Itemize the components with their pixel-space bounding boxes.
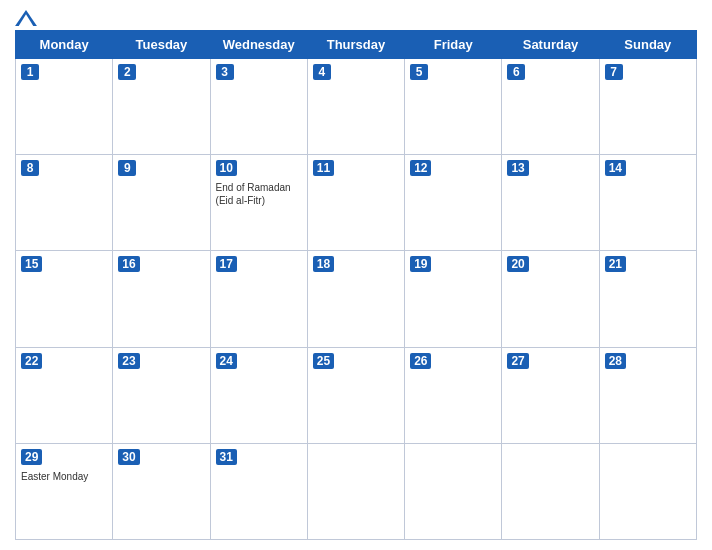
- day-number: 13: [507, 160, 528, 176]
- calendar-day-cell: 15: [16, 251, 113, 347]
- calendar-day-cell: [502, 443, 599, 539]
- calendar-day-cell: 17: [210, 251, 307, 347]
- calendar-day-cell: 1: [16, 59, 113, 155]
- weekday-header: Tuesday: [113, 31, 210, 59]
- calendar-header: [15, 10, 697, 26]
- weekday-header: Wednesday: [210, 31, 307, 59]
- holiday-text: Easter Monday: [21, 470, 107, 483]
- day-number: 23: [118, 353, 139, 369]
- calendar-day-cell: 25: [307, 347, 404, 443]
- day-number: 2: [118, 64, 136, 80]
- day-number: 26: [410, 353, 431, 369]
- calendar-week-row: 22232425262728: [16, 347, 697, 443]
- day-number: 4: [313, 64, 331, 80]
- calendar-week-row: 15161718192021: [16, 251, 697, 347]
- day-number: 3: [216, 64, 234, 80]
- calendar-day-cell: 19: [405, 251, 502, 347]
- calendar-day-cell: 18: [307, 251, 404, 347]
- calendar-day-cell: 21: [599, 251, 696, 347]
- calendar-day-cell: 30: [113, 443, 210, 539]
- day-number: 7: [605, 64, 623, 80]
- calendar-day-cell: 6: [502, 59, 599, 155]
- calendar-week-row: 1234567: [16, 59, 697, 155]
- day-number: 10: [216, 160, 237, 176]
- day-number: 20: [507, 256, 528, 272]
- logo-icon: [15, 10, 37, 26]
- calendar-day-cell: 7: [599, 59, 696, 155]
- calendar-day-cell: 8: [16, 155, 113, 251]
- weekday-header: Saturday: [502, 31, 599, 59]
- calendar-day-cell: 26: [405, 347, 502, 443]
- calendar-day-cell: 5: [405, 59, 502, 155]
- weekday-header: Monday: [16, 31, 113, 59]
- calendar-day-cell: 29Easter Monday: [16, 443, 113, 539]
- calendar-day-cell: [599, 443, 696, 539]
- day-number: 1: [21, 64, 39, 80]
- calendar-day-cell: [307, 443, 404, 539]
- calendar-week-row: 29Easter Monday3031: [16, 443, 697, 539]
- calendar-day-cell: 27: [502, 347, 599, 443]
- calendar-body: 12345678910End of Ramadan (Eid al-Fitr)1…: [16, 59, 697, 540]
- calendar-day-cell: 31: [210, 443, 307, 539]
- day-number: 6: [507, 64, 525, 80]
- day-number: 30: [118, 449, 139, 465]
- calendar-day-cell: 24: [210, 347, 307, 443]
- calendar-day-cell: 12: [405, 155, 502, 251]
- calendar-week-row: 8910End of Ramadan (Eid al-Fitr)11121314: [16, 155, 697, 251]
- weekday-header: Thursday: [307, 31, 404, 59]
- holiday-text: End of Ramadan (Eid al-Fitr): [216, 181, 302, 207]
- day-number: 8: [21, 160, 39, 176]
- day-number: 17: [216, 256, 237, 272]
- day-number: 18: [313, 256, 334, 272]
- day-number: 25: [313, 353, 334, 369]
- calendar-day-cell: 23: [113, 347, 210, 443]
- day-number: 28: [605, 353, 626, 369]
- day-number: 16: [118, 256, 139, 272]
- calendar-day-cell: 9: [113, 155, 210, 251]
- calendar-day-cell: 22: [16, 347, 113, 443]
- calendar-day-cell: 13: [502, 155, 599, 251]
- calendar-day-cell: 14: [599, 155, 696, 251]
- day-number: 15: [21, 256, 42, 272]
- weekday-header: Sunday: [599, 31, 696, 59]
- weekday-row: MondayTuesdayWednesdayThursdayFridaySatu…: [16, 31, 697, 59]
- day-number: 12: [410, 160, 431, 176]
- day-number: 11: [313, 160, 334, 176]
- calendar-day-cell: 3: [210, 59, 307, 155]
- day-number: 19: [410, 256, 431, 272]
- weekday-header: Friday: [405, 31, 502, 59]
- calendar-day-cell: 10End of Ramadan (Eid al-Fitr): [210, 155, 307, 251]
- calendar-day-cell: 16: [113, 251, 210, 347]
- calendar-day-cell: [405, 443, 502, 539]
- day-number: 24: [216, 353, 237, 369]
- day-number: 14: [605, 160, 626, 176]
- day-number: 31: [216, 449, 237, 465]
- calendar-table: MondayTuesdayWednesdayThursdayFridaySatu…: [15, 30, 697, 540]
- calendar-day-cell: 4: [307, 59, 404, 155]
- day-number: 22: [21, 353, 42, 369]
- day-number: 9: [118, 160, 136, 176]
- day-number: 5: [410, 64, 428, 80]
- calendar-day-cell: 2: [113, 59, 210, 155]
- logo: [15, 10, 41, 26]
- calendar-header-row: MondayTuesdayWednesdayThursdayFridaySatu…: [16, 31, 697, 59]
- calendar-day-cell: 11: [307, 155, 404, 251]
- day-number: 21: [605, 256, 626, 272]
- day-number: 27: [507, 353, 528, 369]
- day-number: 29: [21, 449, 42, 465]
- calendar-day-cell: 28: [599, 347, 696, 443]
- calendar-day-cell: 20: [502, 251, 599, 347]
